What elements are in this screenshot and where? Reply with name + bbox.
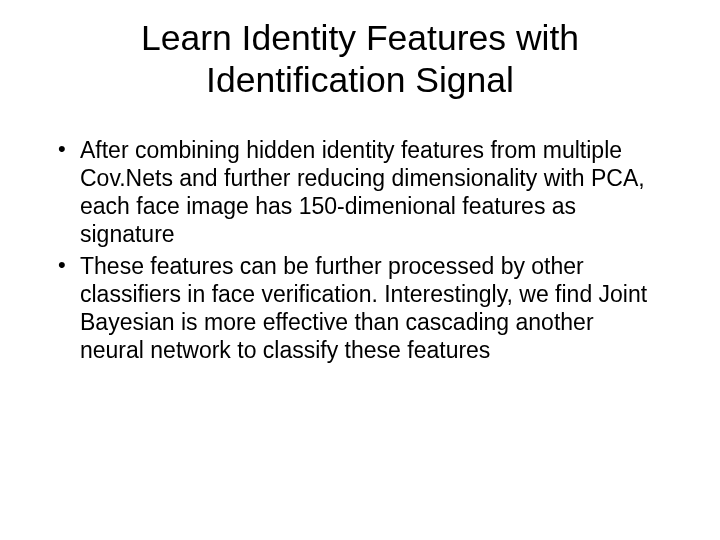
list-item: After combining hidden identity features… [58,136,662,248]
list-item: These features can be further processed … [58,252,662,364]
title-line-2: Identification Signal [206,60,514,100]
title-line-1: Learn Identity Features with [141,18,579,58]
bullet-text: These features can be further processed … [80,253,647,363]
slide-title: Learn Identity Features with Identificat… [48,18,672,102]
slide: Learn Identity Features with Identificat… [0,0,720,540]
bullet-list: After combining hidden identity features… [48,136,672,364]
bullet-text: After combining hidden identity features… [80,137,645,247]
